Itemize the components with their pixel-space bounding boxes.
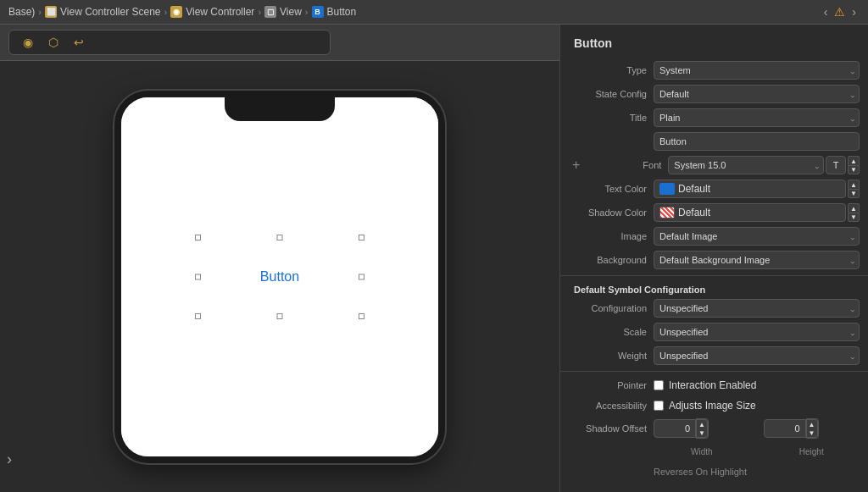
shadow-offset-label: Shadow Offset — [569, 423, 654, 434]
text-color-stepper-up[interactable]: ▲ — [848, 180, 860, 189]
shadow-offset-height-up[interactable]: ▲ — [806, 419, 818, 428]
shadow-offset-height-stepper: ▲ ▼ — [806, 418, 819, 439]
font-stepper-down[interactable]: ▼ — [848, 165, 860, 174]
text-color-swatch-wrapper[interactable]: Default — [654, 180, 846, 198]
configuration-row: Configuration Unspecified — [560, 296, 868, 320]
reverses-control: Reverses On Highlight — [654, 467, 860, 477]
accessibility-label: Accessibility — [569, 401, 654, 411]
scale-row: Scale Unspecified — [560, 320, 868, 344]
pointer-checkbox-row: Interaction Enabled — [654, 379, 756, 391]
breadcrumb-view[interactable]: ▢ View — [264, 6, 302, 18]
configuration-control: Unspecified — [654, 299, 860, 318]
background-control: Default Background Image — [654, 251, 860, 269]
control-point-top-left[interactable] — [195, 235, 201, 240]
toolbar-icon-circle[interactable]: ◉ — [19, 34, 36, 51]
breadcrumb-vc[interactable]: ◉ View Controller — [170, 6, 254, 18]
view-icon: ▢ — [264, 6, 276, 18]
shadow-offset-input-wrapper: ▲ ▼ — [654, 418, 750, 439]
type-control: System — [654, 61, 860, 80]
control-point-middle-right[interactable] — [359, 274, 364, 279]
weight-select-wrapper: Unspecified — [654, 346, 860, 365]
weight-select[interactable]: Unspecified — [654, 346, 860, 365]
control-point-top-center[interactable] — [277, 235, 283, 240]
text-color-label: Text Color — [569, 184, 654, 194]
shadow-offset-down[interactable]: ▼ — [696, 428, 708, 438]
shadow-offset-up[interactable]: ▲ — [696, 419, 708, 428]
font-T-button[interactable]: T — [826, 156, 846, 174]
toolbar-icon-return[interactable]: ↩ — [70, 34, 87, 51]
breadcrumb-bar: Base) › ⬜ View Controller Scene › ◉ View… — [0, 0, 868, 25]
control-point-bottom-left[interactable] — [195, 313, 201, 319]
canvas-area: ◉ ⬡ ↩ — [0, 25, 559, 492]
shadow-offset-input[interactable] — [654, 419, 696, 438]
type-select[interactable]: System — [654, 61, 860, 80]
pointer-label: Pointer — [569, 380, 654, 390]
toolbar-icon-cube[interactable]: ⬡ — [45, 34, 62, 51]
control-point-middle-left[interactable] — [195, 274, 201, 279]
breadcrumb-vc-scene[interactable]: ⬜ View Controller Scene — [45, 6, 161, 18]
control-point-bottom-center[interactable] — [277, 313, 283, 319]
breadcrumb-vc-scene-label: View Controller Scene — [60, 6, 161, 18]
reverses-row: Reverses On Highlight — [560, 462, 868, 482]
font-select-wrapper: System 15.0 — [668, 156, 824, 174]
image-row: Image Default Image — [560, 224, 868, 248]
state-config-select[interactable]: Default — [654, 85, 860, 103]
image-control: Default Image — [654, 227, 860, 246]
toolbar: ◉ ⬡ ↩ — [0, 25, 559, 61]
background-select[interactable]: Default Background Image — [654, 251, 860, 269]
symbol-config-header: Default Symbol Configuration — [560, 279, 868, 296]
image-select-wrapper: Default Image — [654, 227, 860, 246]
accessibility-checkbox[interactable] — [654, 401, 664, 411]
wh-label-control: Width Height — [654, 447, 860, 456]
pointer-checkbox[interactable] — [654, 380, 664, 390]
button-control-grid[interactable]: Button — [195, 235, 364, 319]
width-label: Width — [654, 447, 750, 456]
button-breadcrumb-icon: B — [312, 6, 324, 18]
breadcrumb-vc-label: View Controller — [186, 6, 254, 18]
shadow-color-stepper-down[interactable]: ▼ — [848, 213, 860, 222]
control-point-top-right[interactable] — [359, 235, 364, 240]
image-select[interactable]: Default Image — [654, 227, 860, 246]
text-color-stepper-down[interactable]: ▼ — [848, 189, 860, 198]
main-area: ◉ ⬡ ↩ — [0, 25, 868, 492]
shadow-color-row: Shadow Color Default ▲ ▼ — [560, 201, 868, 224]
phone-area: Button › — [0, 61, 559, 492]
scale-select[interactable]: Unspecified — [654, 323, 860, 341]
pointer-control: Interaction Enabled — [654, 379, 860, 391]
control-point-bottom-right[interactable] — [359, 313, 364, 319]
left-expand-arrow[interactable]: › — [0, 444, 19, 475]
state-config-row: State Config Default — [560, 82, 868, 106]
nav-back-button[interactable]: ‹ — [821, 5, 832, 19]
shadow-offset-row: Shadow Offset ▲ ▼ ▲ ▼ — [560, 416, 868, 441]
font-stepper-up[interactable]: ▲ — [848, 156, 860, 165]
canvas-button[interactable]: Button — [260, 269, 299, 285]
weight-label: Weight — [569, 351, 654, 361]
breadcrumb-button[interactable]: B Button — [312, 6, 357, 18]
height-label: Height — [764, 447, 860, 456]
configuration-select-wrapper: Unspecified — [654, 299, 860, 318]
breadcrumb-nav: ‹ ⚠ › — [821, 5, 860, 19]
image-label: Image — [569, 231, 654, 241]
accessibility-checkbox-row: Adjusts Image Size — [654, 400, 756, 412]
background-label: Background — [569, 255, 654, 265]
scale-control: Unspecified — [654, 323, 860, 341]
shadow-color-swatch-wrapper[interactable]: Default — [654, 203, 846, 222]
shadow-offset-height-down[interactable]: ▼ — [806, 428, 818, 438]
shadow-color-stepper-up[interactable]: ▲ — [848, 203, 860, 213]
breadcrumb-sep-3: › — [305, 7, 309, 17]
shadow-offset-height-input[interactable] — [764, 419, 806, 438]
title-text-control — [654, 132, 860, 151]
title-text-row — [560, 130, 868, 153]
inspector-title: Button — [560, 33, 868, 58]
accessibility-control: Adjusts Image Size — [654, 400, 860, 412]
reverses-value: Reverses On Highlight — [654, 467, 747, 477]
configuration-select[interactable]: Unspecified — [654, 299, 860, 318]
font-plus-button[interactable]: + — [569, 158, 583, 173]
accessibility-row: Accessibility Adjusts Image Size — [560, 395, 868, 416]
title-text-input[interactable] — [654, 132, 860, 151]
state-config-label: State Config — [569, 89, 654, 99]
nav-forward-button[interactable]: › — [849, 5, 860, 19]
inspector-panel: Button Type System State Config Default — [559, 25, 868, 492]
font-select[interactable]: System 15.0 — [668, 156, 824, 174]
title-select[interactable]: Plain — [654, 108, 860, 127]
